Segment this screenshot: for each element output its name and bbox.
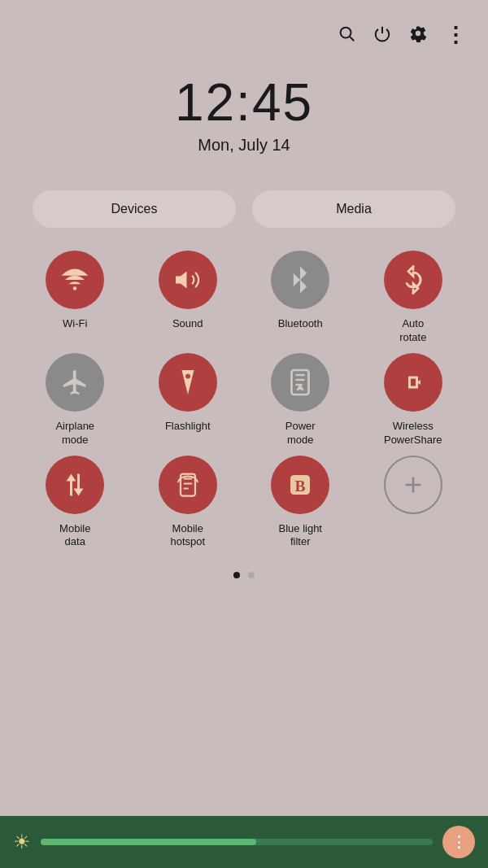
clock-time: 12:45: [175, 72, 313, 133]
svg-point-3: [185, 373, 190, 378]
tile-powermode[interactable]: Powermode: [248, 353, 353, 447]
brightness-fill: [41, 839, 256, 845]
bluelight-icon-bg: B: [271, 456, 329, 514]
more-icon[interactable]: ⋮: [445, 23, 465, 48]
airplane-icon-bg: [46, 353, 104, 412]
power-icon[interactable]: [373, 24, 391, 47]
flashlight-icon-bg: [159, 353, 217, 412]
top-icons-row: ⋮: [0, 0, 488, 48]
tile-bluelight[interactable]: B Blue lightfilter: [248, 456, 353, 550]
tile-airplane[interactable]: Airplanemode: [23, 353, 128, 447]
svg-point-2: [73, 286, 77, 290]
tile-add[interactable]: [361, 456, 466, 550]
bluelight-label: Blue lightfilter: [279, 522, 322, 550]
tile-flashlight[interactable]: Flashlight: [136, 353, 241, 447]
settings-icon[interactable]: [409, 24, 427, 47]
wifi-label: Wi-Fi: [63, 317, 87, 331]
svg-rect-4: [292, 370, 309, 395]
clock-date: Mon, July 14: [198, 136, 290, 155]
sound-label: Sound: [172, 317, 203, 331]
bottom-more-icon: ⋮: [451, 833, 466, 851]
wireless-icon-bg: [384, 353, 442, 412]
bluetooth-label: Bluetooth: [278, 317, 323, 331]
bluetooth-icon-bg: [271, 251, 329, 309]
media-button[interactable]: Media: [252, 190, 455, 228]
autorotate-icon-bg: [384, 251, 442, 309]
mobiledata-label: Mobiledata: [59, 522, 90, 550]
tile-wireless[interactable]: WirelessPowerShare: [361, 353, 466, 447]
brightness-sun-icon: ☀: [13, 831, 31, 853]
flashlight-label: Flashlight: [165, 420, 211, 434]
mobiledata-icon-bg: [46, 456, 104, 514]
bottom-brightness-bar: ☀ ⋮: [0, 816, 488, 868]
devices-button[interactable]: Devices: [33, 190, 236, 228]
quick-settings-grid: Wi-Fi Sound Bluetooth Autorotate: [0, 228, 488, 549]
add-icon-bg: [384, 456, 442, 514]
page-dot-2: [248, 572, 255, 578]
page-indicators: [0, 572, 488, 578]
hotspot-label: Mobilehotspot: [170, 522, 205, 550]
powermode-label: Powermode: [285, 420, 316, 447]
tile-mobiledata[interactable]: Mobiledata: [23, 456, 128, 550]
wifi-icon-bg: [46, 251, 104, 309]
tile-hotspot[interactable]: Mobilehotspot: [136, 456, 241, 550]
tile-wifi[interactable]: Wi-Fi: [23, 251, 128, 345]
brightness-track[interactable]: [41, 839, 433, 845]
svg-line-1: [350, 37, 354, 41]
svg-text:B: B: [295, 477, 306, 494]
hotspot-icon-bg: [159, 456, 217, 514]
airplane-label: Airplanemode: [55, 420, 94, 447]
device-media-row: Devices Media: [0, 190, 488, 228]
svg-point-0: [341, 27, 351, 37]
powermode-icon-bg: [271, 353, 329, 412]
sound-icon-bg: [159, 251, 217, 309]
autorotate-label: Autorotate: [399, 317, 426, 345]
tile-autorotate[interactable]: Autorotate: [361, 251, 466, 345]
tile-sound[interactable]: Sound: [136, 251, 241, 345]
search-icon[interactable]: [338, 24, 355, 47]
page-dot-1: [233, 572, 240, 578]
bottom-more-button[interactable]: ⋮: [442, 826, 475, 858]
clock-area: 12:45 Mon, July 14: [0, 72, 488, 155]
wireless-label: WirelessPowerShare: [384, 420, 442, 447]
tile-bluetooth[interactable]: Bluetooth: [248, 251, 353, 345]
